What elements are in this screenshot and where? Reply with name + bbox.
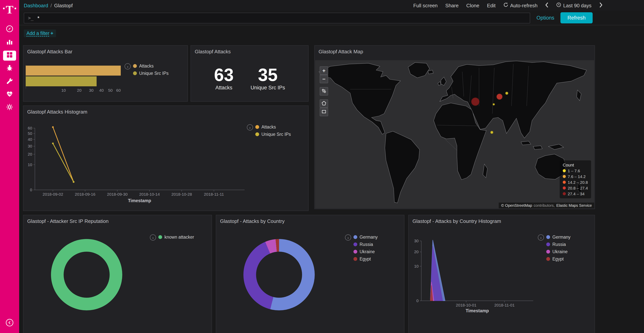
- query-text-input[interactable]: [38, 15, 526, 21]
- breadcrumb: Dashboard / Glastopf: [24, 3, 73, 8]
- dashboard-icon: [6, 51, 13, 60]
- options-link[interactable]: Options: [536, 15, 554, 21]
- legend-toggle-icon[interactable]: ›: [150, 234, 156, 240]
- clone-button[interactable]: Clone: [466, 3, 479, 8]
- polygon-icon: [322, 101, 326, 106]
- legend-color-dot: [546, 235, 550, 239]
- legend-item-russia[interactable]: Russia: [546, 242, 570, 247]
- breadcrumb-dashboard-link[interactable]: Dashboard: [24, 3, 48, 8]
- chart-legend: › Germany Russia Ukraine Egypt: [345, 234, 378, 261]
- reputation-donut-chart[interactable]: [51, 239, 122, 310]
- logo-dot-right: [14, 8, 16, 9]
- full-screen-button[interactable]: Full screen: [413, 3, 438, 8]
- search-input[interactable]: >_: [24, 13, 530, 23]
- panel-title[interactable]: Glastopf - Attacks by Country: [216, 215, 404, 226]
- panel-title[interactable]: Glastopf Attacks Bar: [24, 46, 188, 56]
- bar-attacks[interactable]: [26, 66, 121, 76]
- tmobile-logo[interactable]: T: [3, 4, 16, 15]
- plus-icon: +: [50, 31, 54, 36]
- elastic-maps-service-link[interactable]: Elastic Maps Service: [556, 203, 592, 208]
- query-bar: >_ Options Refresh: [19, 11, 644, 25]
- panel-title[interactable]: Glastopf Attacks: [191, 46, 308, 56]
- legend-item-ukraine[interactable]: Ukraine: [354, 249, 378, 254]
- legend-label: Unique Src IPs: [139, 71, 168, 76]
- panel-title[interactable]: Glastopf Attack Map: [315, 46, 594, 56]
- legend-item-egypt[interactable]: Egypt: [546, 257, 570, 261]
- sidebar-item-management[interactable]: [3, 103, 16, 113]
- x-axis-title: Timestamp: [450, 308, 504, 313]
- sidebar-item-dev-tools[interactable]: [3, 77, 16, 87]
- metric-row: 63 Attacks 35 Unique Src IPs: [191, 66, 308, 91]
- legend-toggle-icon[interactable]: ›: [247, 124, 253, 130]
- legend-item-known-attacker[interactable]: known attacker: [158, 235, 194, 239]
- attack-location-marker[interactable]: [492, 103, 495, 106]
- svg-text:20: 20: [414, 249, 418, 254]
- area-chart[interactable]: 01020302018-10-012018-11-01: [409, 215, 595, 333]
- metric-label: Attacks: [214, 85, 234, 91]
- refresh-button[interactable]: Refresh: [560, 12, 593, 24]
- svg-text:10: 10: [414, 264, 418, 268]
- edit-button[interactable]: Edit: [487, 3, 496, 8]
- legend-item-germany[interactable]: Germany: [546, 235, 570, 239]
- attack-location-marker[interactable]: [496, 94, 502, 100]
- time-forward-button[interactable]: [599, 2, 602, 9]
- sidebar-item-monitoring[interactable]: [3, 90, 16, 100]
- zoom-out-button[interactable]: −: [320, 75, 328, 83]
- legend-item-attacks[interactable]: Attacks: [133, 64, 168, 68]
- x-axis-tick: 40: [99, 88, 104, 93]
- sidebar-collapse-button[interactable]: [5, 318, 14, 328]
- legend-item-russia[interactable]: Russia: [354, 242, 378, 247]
- sidebar-item-visualize[interactable]: [3, 38, 16, 48]
- panel-glastopf-attacks-metric: Glastopf Attacks 63 Attacks 35 Unique Sr…: [190, 45, 308, 102]
- attack-location-marker[interactable]: [471, 97, 480, 106]
- legend-item-ukraine[interactable]: Ukraine: [546, 249, 570, 254]
- time-back-button[interactable]: [545, 2, 549, 9]
- svg-text:2018-09-30: 2018-09-30: [107, 192, 128, 196]
- legend-color-dot: [354, 242, 357, 246]
- svg-text:2018-10-28: 2018-10-28: [171, 192, 192, 196]
- share-button[interactable]: Share: [445, 3, 458, 8]
- openstreetmap-link[interactable]: © OpenStreetMap: [501, 203, 532, 208]
- sidebar-item-dashboard[interactable]: [3, 51, 16, 61]
- svg-text:2018-11-01: 2018-11-01: [494, 303, 514, 307]
- line-chart[interactable]: 01020304050602018-09-022018-09-162018-09…: [24, 106, 309, 211]
- legend-item-attacks[interactable]: Attacks: [255, 125, 291, 129]
- draw-rectangle-button[interactable]: [320, 108, 328, 116]
- map-legend-row: 20.8 – 27.4: [563, 186, 588, 190]
- time-range-button[interactable]: Last 90 days: [556, 2, 592, 9]
- sidebar-item-discover[interactable]: [3, 25, 16, 35]
- add-filter-button[interactable]: Add a filter+: [24, 30, 56, 37]
- chart-legend: › Attacks Unique Src IPs: [124, 63, 168, 76]
- crop-icon: [322, 89, 326, 94]
- legend-toggle-icon[interactable]: ›: [538, 234, 544, 240]
- compass-icon: [6, 25, 14, 34]
- clock-icon: [556, 2, 562, 9]
- fit-data-bounds-button[interactable]: [320, 87, 328, 96]
- legend-toggle-icon[interactable]: ›: [345, 234, 351, 240]
- legend-item-unique-src-ips[interactable]: Unique Src IPs: [133, 71, 168, 76]
- panel-attacks-by-country: Glastopf - Attacks by Country › Germany …: [216, 215, 404, 333]
- panel-title[interactable]: Glastopf - Attacker Src IP Reputation: [24, 215, 212, 226]
- world-map[interactable]: + − Count 1 – 7.6 7.6 – 14: [315, 60, 594, 208]
- legend-item-germany[interactable]: Germany: [354, 235, 378, 239]
- legend-item-unique-src-ips[interactable]: Unique Src IPs: [255, 132, 291, 137]
- x-axis-tick: 60: [116, 88, 120, 93]
- country-donut-chart[interactable]: [244, 239, 315, 310]
- draw-polygon-button[interactable]: [320, 99, 328, 108]
- svg-text:2018-10-14: 2018-10-14: [139, 192, 160, 196]
- bar-unique-src-ips[interactable]: [26, 76, 96, 86]
- zoom-in-button[interactable]: +: [320, 66, 328, 75]
- svg-text:2018-10-01: 2018-10-01: [456, 303, 476, 307]
- legend-toggle-icon[interactable]: ›: [124, 63, 131, 70]
- legend-color-dot: [354, 235, 357, 239]
- query-prompt-icon: >_: [28, 15, 34, 21]
- map-controls: + −: [320, 66, 328, 116]
- auto-refresh-button[interactable]: Auto-refresh: [503, 2, 538, 9]
- kibana-dashboard-app: T: [0, 0, 644, 333]
- panel-attacker-src-ip-reputation: Glastopf - Attacker Src IP Reputation › …: [23, 215, 212, 333]
- sidebar-item-timelion[interactable]: [3, 64, 16, 74]
- attack-location-marker[interactable]: [505, 92, 508, 95]
- attack-location-marker[interactable]: [490, 131, 493, 134]
- legend-item-egypt[interactable]: Egypt: [354, 257, 378, 261]
- chart-legend: › Attacks Unique Src IPs: [247, 124, 291, 137]
